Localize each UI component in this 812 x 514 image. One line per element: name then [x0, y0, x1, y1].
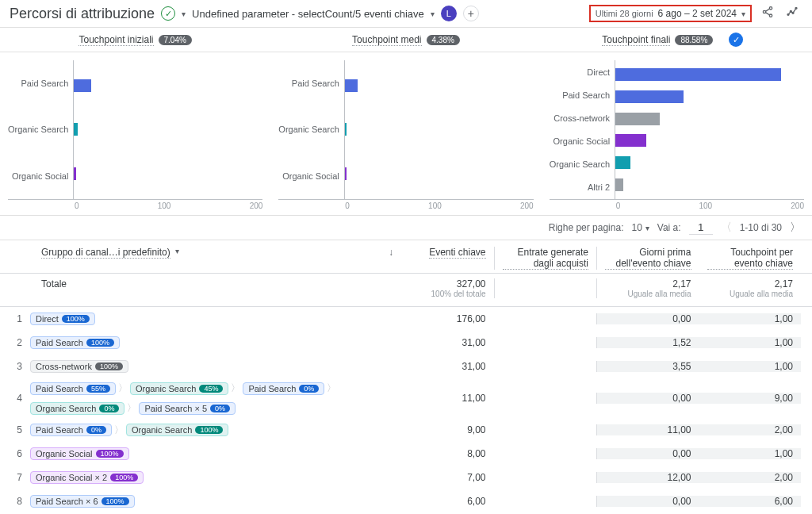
chart-category-label: Paid Search [8, 79, 68, 88]
metric-cell: 31,00 [392, 361, 494, 372]
metric-cell: 1,00 [699, 337, 802, 348]
chart-category-label: Organic Search [8, 125, 68, 134]
add-button[interactable]: + [463, 6, 479, 21]
channel-chip[interactable]: Organic Search0% [30, 402, 124, 415]
row-number: 8 [11, 496, 30, 507]
metric-cell: 2,00 [699, 472, 802, 483]
chart-bar[interactable] [74, 167, 75, 180]
col-entrate[interactable]: Entrate generate dagli acquisti [494, 247, 597, 270]
channel-chip[interactable]: Paid Search100% [30, 336, 120, 349]
row-number: 2 [11, 337, 30, 348]
dimension-cell: Paid Search100% [30, 336, 392, 349]
chart-bar[interactable] [74, 123, 78, 136]
channel-chip[interactable]: Paid Search0% [243, 382, 324, 395]
channel-chip[interactable]: Paid Search0% [30, 424, 112, 436]
channel-chip[interactable]: Cross-network100% [30, 360, 128, 373]
share-icon[interactable] [758, 6, 777, 21]
parameter-selector[interactable]: Undefined parameter - selectCount/5 even… [192, 8, 424, 20]
top-bar: Percorsi di attribuzione ✓ ▾ Undefined p… [0, 0, 812, 28]
chart-final: DirectPaid SearchCross-networkOrganic So… [542, 52, 812, 215]
pagination-controls: Righe per pagina: 10▾ Vai a: 〈 1-10 di 3… [0, 215, 812, 240]
dimension-caret-icon[interactable]: ▾ [175, 247, 179, 255]
chart-category-label: Organic Search [550, 159, 610, 169]
table-row[interactable]: 3Cross-network100%31,003,551,00 [0, 355, 812, 378]
metric-cell: 9,00 [392, 424, 494, 435]
table-header: Gruppo di canal…i predefinito) ▾ ↓ Event… [0, 240, 812, 274]
channel-chip[interactable]: Organic Search45% [130, 382, 228, 395]
dimension-cell: Direct100% [30, 313, 392, 325]
table-row[interactable]: 7Organic Social × 2100%7,0012,002,00 [0, 466, 812, 489]
chart-bar[interactable] [615, 90, 684, 103]
sort-desc-icon[interactable]: ↓ [389, 247, 393, 258]
page-title: Percorsi di attribuzione [10, 6, 155, 22]
goto-input[interactable] [689, 221, 713, 235]
channel-chip[interactable]: Paid Search55% [30, 382, 116, 395]
stage-selected-icon[interactable]: ✓ [729, 33, 743, 47]
chart-bar[interactable] [615, 68, 781, 81]
page-prev-icon[interactable]: 〈 [721, 221, 732, 235]
chart-bar[interactable] [345, 79, 358, 92]
col-eventi-chiave[interactable]: ↓ Eventi chiave [392, 247, 494, 270]
channel-chip[interactable]: Organic Social100% [30, 447, 129, 460]
chart-bar[interactable] [615, 113, 660, 125]
chart-bar[interactable] [345, 167, 347, 180]
date-range-picker[interactable]: Ultimi 28 giorni 6 ago – 2 set 2024 ▾ [589, 5, 752, 22]
channel-chip[interactable]: Organic Social × 2100% [30, 471, 144, 484]
metric-cell: 8,00 [392, 448, 494, 459]
chevron-right-icon: 〉 [231, 382, 240, 395]
table-row[interactable]: 5Paid Search0%〉Organic Search100%9,0011,… [0, 418, 812, 442]
status-caret-icon[interactable]: ▾ [182, 10, 186, 18]
status-check-icon[interactable]: ✓ [161, 6, 175, 21]
rows-per-page-select[interactable]: 10▾ [631, 222, 649, 233]
dimension-selector[interactable]: Gruppo di canal…i predefinito) [41, 247, 170, 259]
goto-label: Vai a: [657, 222, 681, 233]
stage-initial[interactable]: Touchpoint iniziali 7.04% [0, 28, 270, 52]
table-row[interactable]: 6Organic Social100%8,000,001,00 [0, 442, 812, 466]
metric-cell: 1,00 [699, 313, 802, 324]
table-row[interactable]: 8Paid Search × 6100%6,000,006,00 [0, 489, 812, 513]
svg-point-5 [792, 12, 794, 13]
row-number: 3 [11, 361, 30, 372]
page-range: 1-10 di 30 [740, 222, 782, 233]
metric-cell: 0,00 [596, 448, 699, 459]
chart-xtick: 200 [520, 201, 534, 210]
date-range-value: 6 ago – 2 set 2024 [658, 8, 737, 19]
table-row[interactable]: 2Paid Search100%31,001,521,00 [0, 331, 812, 355]
dimension-cell: Paid Search0%〉Organic Search100% [30, 424, 392, 437]
chart-category-label: Paid Search [550, 90, 610, 100]
metric-cell: 0,00 [596, 496, 699, 507]
metric-cell: 12,00 [596, 472, 699, 483]
chart-xtick: 200 [250, 201, 263, 210]
col-giorni[interactable]: Giorni prima dell'evento chiave [596, 247, 699, 270]
row-number: 6 [11, 448, 30, 459]
chart-category-label: Organic Social [278, 171, 339, 181]
user-avatar[interactable]: L [441, 6, 457, 21]
channel-chip[interactable]: Paid Search × 50% [139, 402, 236, 415]
page-next-icon[interactable]: 〉 [790, 221, 801, 235]
insights-icon[interactable] [783, 6, 802, 21]
stage-mid[interactable]: Touchpoint medi 4.38% [270, 28, 541, 52]
col-touchpoint[interactable]: Touchpoint per evento chiave [699, 247, 802, 270]
stage-final[interactable]: Touchpoint finali 88.58% ✓ [542, 28, 812, 52]
svg-point-4 [790, 10, 791, 12]
chart-bar[interactable] [345, 123, 347, 136]
chart-xtick: 0 [75, 201, 79, 210]
chart-xtick: 100 [428, 201, 442, 210]
chart-bar[interactable] [615, 134, 646, 147]
channel-chip[interactable]: Organic Search100% [126, 424, 228, 436]
chart-bar[interactable] [615, 156, 630, 169]
chevron-right-icon: 〉 [114, 424, 124, 437]
table-row[interactable]: 1Direct100%176,000,001,00 [0, 307, 812, 331]
stage-initial-pct: 7.04% [159, 35, 192, 45]
totals-row: Totale 327,00100% del totale 2,17Uguale … [0, 274, 812, 307]
metric-cell: 6,00 [699, 496, 802, 507]
parameter-caret-icon[interactable]: ▾ [431, 10, 435, 18]
chart-bar[interactable] [74, 79, 90, 92]
chart-xtick: 0 [616, 201, 621, 210]
chart-mid: Paid SearchOrganic SearchOrganic Social … [270, 52, 541, 215]
channel-chip[interactable]: Direct100% [30, 313, 95, 325]
channel-chip[interactable]: Paid Search × 6100% [30, 495, 135, 508]
table-row[interactable]: 4Paid Search55%〉Organic Search45%〉Paid S… [0, 378, 812, 418]
chevron-right-icon: 〉 [127, 401, 136, 415]
chart-bar[interactable] [615, 178, 623, 191]
